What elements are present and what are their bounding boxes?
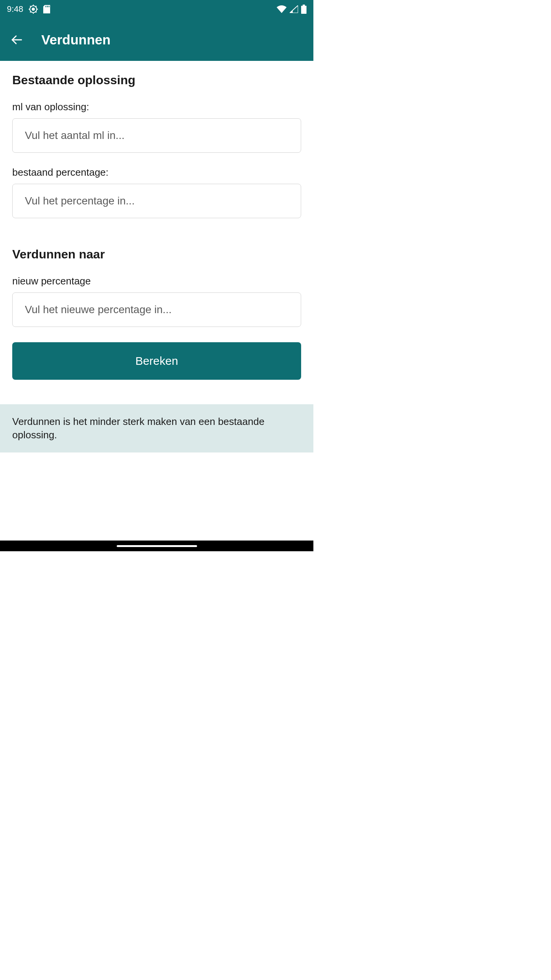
status-bar: 9:48 (0, 0, 313, 18)
navigation-bar (0, 541, 313, 551)
existing-percent-label: bestaand percentage: (12, 167, 301, 178)
svg-rect-10 (46, 6, 46, 7)
calculate-button[interactable]: Bereken (12, 342, 301, 380)
svg-rect-14 (301, 6, 306, 14)
page-title: Verdunnen (41, 32, 111, 47)
status-right (277, 5, 306, 14)
section-dilute-title: Verdunnen naar (12, 247, 301, 261)
svg-line-6 (30, 6, 31, 7)
sd-card-icon (43, 5, 50, 13)
battery-icon (301, 5, 306, 14)
svg-line-9 (36, 6, 37, 7)
new-percent-input[interactable] (12, 292, 301, 327)
status-time: 9:48 (7, 4, 23, 14)
settings-gear-icon (29, 5, 38, 14)
wifi-icon (277, 5, 287, 13)
ml-input[interactable] (12, 118, 301, 153)
svg-rect-12 (49, 6, 49, 7)
svg-rect-11 (47, 6, 48, 7)
section-existing-title: Bestaande oplossing (12, 73, 301, 87)
status-left: 9:48 (7, 4, 50, 14)
new-percent-label: nieuw percentage (12, 275, 301, 287)
arrow-left-icon (10, 33, 24, 47)
app-bar: Verdunnen (0, 18, 313, 61)
existing-percent-input[interactable] (12, 184, 301, 218)
ml-label: ml van oplossing: (12, 101, 301, 113)
svg-line-7 (36, 11, 37, 13)
cellular-signal-icon (290, 5, 298, 13)
back-button[interactable] (8, 31, 26, 49)
svg-line-8 (30, 11, 31, 13)
info-text: Verdunnen is het minder sterk maken van … (12, 415, 301, 442)
svg-point-1 (32, 8, 34, 10)
content: Bestaande oplossing ml van oplossing: be… (0, 61, 313, 452)
nav-handle[interactable] (117, 545, 197, 547)
info-banner: Verdunnen is het minder sterk maken van … (0, 404, 313, 452)
svg-rect-13 (303, 5, 305, 6)
